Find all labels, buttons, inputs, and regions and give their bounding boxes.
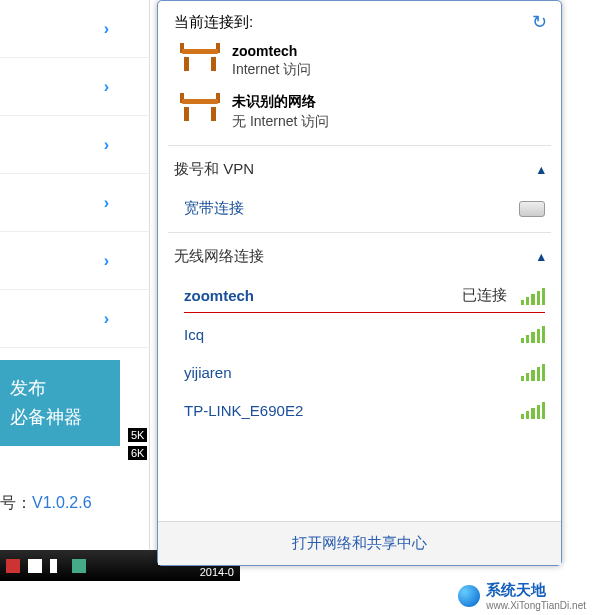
open-network-center-link[interactable]: 打开网络和共享中心 (158, 521, 561, 565)
volume-icon[interactable] (50, 559, 64, 573)
bg-chip: 6K (128, 446, 147, 460)
chevron-right-icon: › (104, 310, 109, 328)
section-wifi[interactable]: 无线网络连接 ▴ (160, 237, 559, 276)
bg-row[interactable]: › (0, 116, 149, 174)
chevron-right-icon: › (104, 194, 109, 212)
wifi-name: zoomtech (184, 287, 254, 304)
signal-icon (521, 287, 545, 305)
chevron-up-icon: ▴ (538, 249, 545, 264)
bg-row[interactable]: › (0, 232, 149, 290)
globe-icon (458, 585, 480, 607)
header-title: 当前连接到: (174, 13, 253, 32)
clock-date: 2014-0 (200, 566, 234, 578)
section-title: 拨号和 VPN (174, 160, 254, 179)
dial-item-broadband[interactable]: 宽带连接 (160, 189, 559, 228)
signal-icon (521, 401, 545, 419)
network-flyout: 当前连接到: ↻ zoomtech Internet 访问 未识别的网络 无 I… (157, 0, 562, 566)
flyout-header: 当前连接到: ↻ (160, 5, 559, 39)
chevron-right-icon: › (104, 252, 109, 270)
bg-chip: 5K (128, 428, 147, 442)
background-panel: › › › › › › (0, 0, 150, 560)
bg-row[interactable]: › (0, 174, 149, 232)
wifi-item[interactable]: TP-LINK_E690E2 (160, 391, 559, 429)
current-connection: zoomtech Internet 访问 (160, 39, 559, 89)
wifi-item[interactable]: yijiaren (160, 353, 559, 391)
chevron-right-icon: › (104, 20, 109, 38)
bg-row[interactable]: › (0, 58, 149, 116)
bg-row[interactable]: › (0, 290, 149, 348)
refresh-icon[interactable]: ↻ (532, 11, 547, 33)
version-value: V1.0.2.6 (32, 494, 92, 511)
bg-row[interactable]: › (0, 0, 149, 58)
wifi-item[interactable]: zoomtech 已连接 (160, 276, 559, 315)
bench-icon (180, 43, 220, 71)
promo-line2: 必备神器 (10, 403, 110, 432)
watermark-url: www.XiTongTianDi.net (486, 600, 586, 611)
signal-icon (521, 325, 545, 343)
connection-name: 未识别的网络 (232, 93, 329, 111)
tray-icon[interactable] (6, 559, 20, 573)
connection-name: zoomtech (232, 43, 311, 59)
annotation-underline (184, 312, 545, 313)
connection-status: Internet 访问 (232, 61, 311, 79)
wifi-status: 已连接 (462, 286, 507, 305)
signal-icon (521, 363, 545, 381)
promo-block: 发布 必备神器 (0, 360, 120, 446)
wifi-item[interactable]: Icq (160, 315, 559, 353)
wifi-name: TP-LINK_E690E2 (184, 402, 303, 419)
version-row: 号：V1.0.2.6 (0, 493, 92, 514)
bench-icon (180, 93, 220, 121)
tray-icon[interactable] (72, 559, 86, 573)
chevron-up-icon: ▴ (538, 162, 545, 177)
connection-status: 无 Internet 访问 (232, 113, 329, 131)
wifi-name: yijiaren (184, 364, 232, 381)
item-label: 宽带连接 (184, 199, 244, 218)
watermark-text: 系统天地 (486, 581, 546, 598)
promo-line1: 发布 (10, 374, 110, 403)
tray-icon[interactable] (28, 559, 42, 573)
section-dial-vpn[interactable]: 拨号和 VPN ▴ (160, 150, 559, 189)
chevron-right-icon: › (104, 136, 109, 154)
modem-icon (519, 201, 545, 217)
divider (168, 145, 551, 146)
divider (168, 232, 551, 233)
version-label: 号： (0, 494, 32, 511)
chevron-right-icon: › (104, 78, 109, 96)
wifi-name: Icq (184, 326, 204, 343)
section-title: 无线网络连接 (174, 247, 264, 266)
current-connection: 未识别的网络 无 Internet 访问 (160, 89, 559, 141)
watermark: 系统天地 www.XiTongTianDi.net (458, 581, 586, 611)
